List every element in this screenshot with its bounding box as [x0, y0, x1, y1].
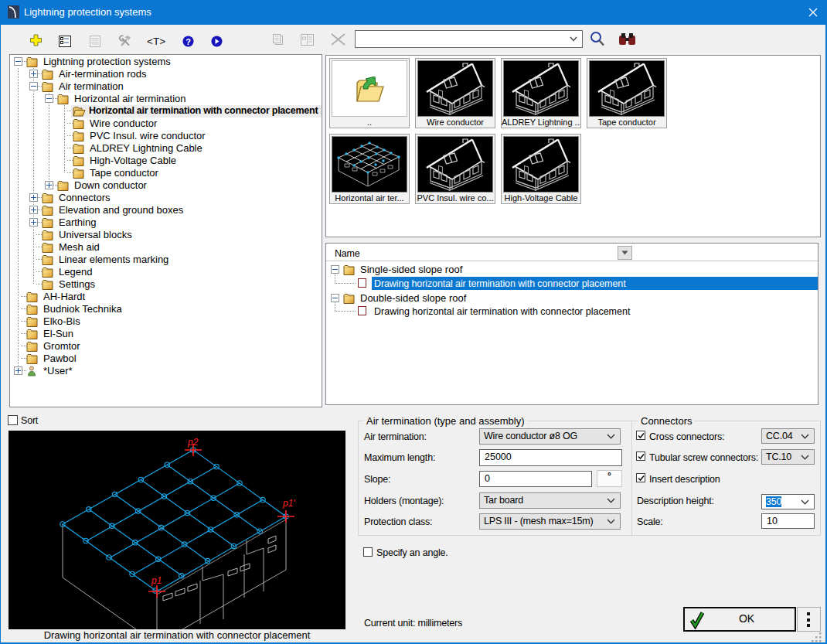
svg-text:p2: p2: [187, 437, 199, 448]
svg-text:p1: p1: [151, 575, 162, 586]
svg-text:p1': p1': [282, 498, 295, 509]
svg-text:?: ?: [185, 37, 191, 46]
